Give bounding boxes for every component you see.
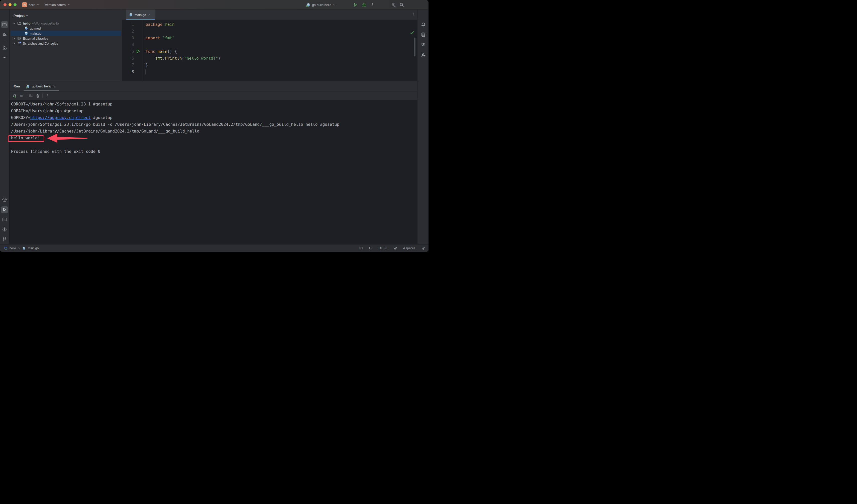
breadcrumb: hello main.go bbox=[4, 246, 38, 250]
gopher-run-config-icon bbox=[306, 3, 310, 7]
zoom-window-button[interactable] bbox=[14, 3, 17, 6]
line-number: 1 bbox=[127, 21, 134, 28]
bug-icon bbox=[362, 2, 366, 7]
editor-options-kebab-icon[interactable] bbox=[411, 13, 415, 17]
close-window-button[interactable] bbox=[3, 3, 6, 6]
sidebar-item-gopher[interactable] bbox=[420, 41, 427, 48]
project-menu-button[interactable]: hello bbox=[29, 0, 39, 10]
tree-row-external-libraries[interactable]: External Libraries bbox=[13, 36, 48, 41]
terminal-icon bbox=[2, 217, 7, 222]
close-icon[interactable] bbox=[148, 13, 151, 16]
sidebar-item-problems[interactable] bbox=[1, 226, 8, 233]
code-token bbox=[146, 56, 155, 60]
breadcrumb-file[interactable]: main.go bbox=[28, 246, 38, 250]
go-sdk-gopher-icon[interactable] bbox=[393, 246, 397, 250]
code-with-me-users-button[interactable] bbox=[391, 0, 396, 10]
editor-scrollbar-thumb[interactable] bbox=[414, 38, 416, 56]
database-icon bbox=[421, 32, 426, 37]
indent-widget[interactable]: 4 spaces bbox=[403, 246, 415, 250]
status-bar: hello main.go 8:1 LF UTF-8 4 spaces bbox=[0, 244, 428, 252]
tree-root-path: ~/Workspace/hello bbox=[32, 21, 58, 25]
stripe-separator bbox=[2, 41, 7, 41]
tree-label-external-libraries: External Libraries bbox=[23, 37, 48, 40]
code-token: Println bbox=[165, 56, 182, 60]
close-icon[interactable] bbox=[53, 85, 56, 88]
sidebar-item-notifications[interactable] bbox=[420, 21, 427, 28]
sidebar-item-structure[interactable] bbox=[1, 44, 8, 51]
code-token: package bbox=[146, 22, 162, 27]
code-token: } bbox=[146, 63, 148, 67]
encoding-widget[interactable]: UTF-8 bbox=[379, 246, 387, 250]
sidebar-item-vcs-requests[interactable]: ? bbox=[1, 31, 8, 38]
stop-button[interactable] bbox=[19, 94, 23, 98]
search-everywhere-button[interactable] bbox=[400, 0, 404, 10]
chevron-down-icon[interactable] bbox=[13, 22, 16, 25]
vcs-menu-button[interactable]: Version control bbox=[45, 0, 71, 10]
folder-icon bbox=[2, 22, 7, 27]
kebab-menu-icon bbox=[371, 3, 375, 7]
console-line: GOPATH=/Users/john/go #gosetup bbox=[11, 107, 83, 114]
sidebar-item-code-with-me[interactable] bbox=[420, 51, 427, 58]
console-options-kebab-icon[interactable] bbox=[45, 94, 49, 98]
sidebar-item-terminal[interactable] bbox=[1, 216, 8, 223]
more-tool-windows-button[interactable] bbox=[1, 54, 8, 61]
more-actions-button[interactable] bbox=[371, 0, 375, 10]
clear-console-trash-button[interactable] bbox=[36, 94, 40, 98]
chevron-right-icon[interactable] bbox=[13, 37, 16, 40]
code-line-6: fmt.Println("hello world!") bbox=[146, 55, 220, 62]
caret-position-widget[interactable]: 8:1 bbox=[359, 246, 363, 250]
run-configuration-selector[interactable]: go build hello bbox=[306, 0, 336, 10]
run-button[interactable] bbox=[353, 0, 357, 10]
code-line-3: import "fmt" bbox=[146, 35, 175, 41]
editor-tab-label: main.go bbox=[135, 13, 146, 17]
sidebar-item-database[interactable] bbox=[420, 31, 427, 38]
project-avatar: H bbox=[22, 2, 27, 7]
svg-text:?: ? bbox=[5, 34, 6, 36]
text-caret bbox=[146, 69, 146, 75]
problems-icon bbox=[2, 227, 7, 232]
console-text: #gosetup bbox=[91, 115, 113, 120]
gutter-divider bbox=[142, 20, 143, 81]
run-panel-title[interactable]: Run bbox=[14, 81, 20, 91]
lock-open-icon[interactable] bbox=[421, 246, 425, 250]
person-add-icon bbox=[391, 2, 396, 7]
tree-row-scratches[interactable]: Scratches and Consoles bbox=[13, 40, 58, 46]
run-console-output[interactable]: GOROOT=/Users/john/Softs/go1.23.1 #goset… bbox=[10, 100, 417, 244]
sidebar-item-run[interactable] bbox=[1, 206, 8, 213]
scroll-to-end-button[interactable] bbox=[29, 94, 33, 98]
code-line-1: package main bbox=[146, 21, 175, 28]
inspections-ok-check-icon[interactable] bbox=[410, 31, 414, 35]
chevron-right-icon[interactable] bbox=[13, 42, 16, 45]
editor-tab-bar: main.go bbox=[122, 10, 417, 20]
chevron-down-icon bbox=[333, 3, 336, 6]
code-editor[interactable]: 1 2 3 4 5 6 7 8 package main import "fmt… bbox=[122, 20, 417, 81]
chevron-down-icon bbox=[68, 3, 71, 6]
rerun-button[interactable] bbox=[13, 94, 17, 98]
tree-row-maingo[interactable]: main.go bbox=[24, 31, 41, 36]
sidebar-item-services[interactable] bbox=[1, 196, 8, 203]
line-number: 5 bbox=[127, 48, 134, 55]
tree-row-gomod[interactable]: go.mod bbox=[24, 25, 40, 31]
debug-button[interactable] bbox=[362, 0, 366, 10]
tree-row-project-root[interactable]: hello ~/Workspace/hello bbox=[13, 20, 58, 26]
chevron-right-icon bbox=[18, 247, 20, 249]
run-config-label: go build hello bbox=[312, 3, 331, 7]
sidebar-item-git[interactable] bbox=[1, 236, 8, 243]
editor-tab-maingo[interactable]: main.go bbox=[126, 10, 155, 20]
code-token: fmt bbox=[155, 56, 163, 60]
library-icon bbox=[17, 36, 21, 40]
line-number-current: 8 bbox=[127, 68, 134, 75]
run-tab-go-build-hello[interactable]: go build hello bbox=[23, 81, 58, 91]
line-ending-widget[interactable]: LF bbox=[369, 246, 373, 250]
minimize-window-button[interactable] bbox=[9, 3, 12, 6]
go-file-icon bbox=[24, 31, 28, 35]
run-tool-window: Run go build hello bbox=[10, 81, 417, 244]
sidebar-item-project[interactable] bbox=[1, 21, 8, 28]
project-panel-header[interactable]: Project bbox=[14, 13, 29, 18]
run-line-gutter-icon[interactable] bbox=[136, 49, 140, 53]
person-question-icon: ? bbox=[2, 32, 7, 37]
code-token: () bbox=[167, 49, 175, 54]
goproxy-link[interactable]: https://goproxy.cn,direct bbox=[30, 115, 91, 120]
breadcrumb-project[interactable]: hello bbox=[10, 246, 16, 250]
ellipsis-icon bbox=[2, 55, 7, 60]
